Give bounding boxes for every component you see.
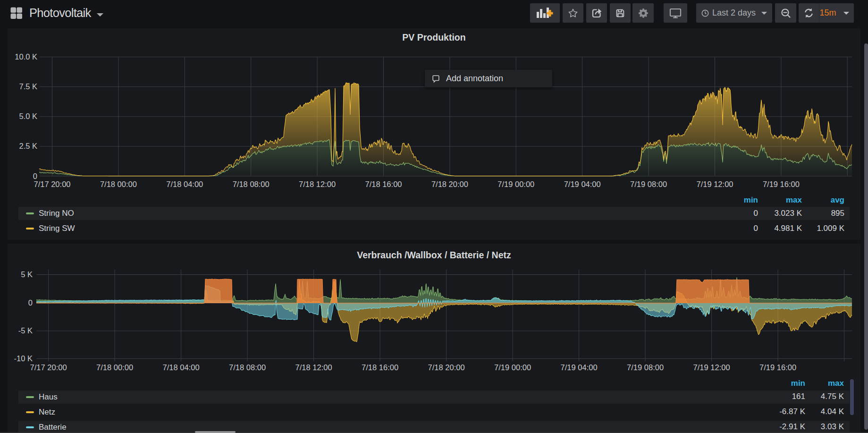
svg-text:10.0 K: 10.0 K <box>15 52 37 61</box>
svg-text:7/19 08:00: 7/19 08:00 <box>630 180 667 188</box>
svg-text:-10 K: -10 K <box>14 354 33 363</box>
svg-text:5.0 K: 5.0 K <box>19 112 37 120</box>
svg-text:7/18 20:00: 7/18 20:00 <box>428 363 465 372</box>
svg-text:7/18 00:00: 7/18 00:00 <box>96 363 133 372</box>
svg-text:7/18 04:00: 7/18 04:00 <box>163 363 200 372</box>
svg-text:7.5 K: 7.5 K <box>19 82 37 91</box>
svg-text:7/19 16:00: 7/19 16:00 <box>763 180 800 188</box>
svg-text:7/17 20:00: 7/17 20:00 <box>34 180 71 188</box>
svg-text:7/18 08:00: 7/18 08:00 <box>233 180 270 188</box>
svg-text:7/18 12:00: 7/18 12:00 <box>299 180 336 188</box>
svg-text:7/19 04:00: 7/19 04:00 <box>561 363 598 372</box>
svg-text:7/19 00:00: 7/19 00:00 <box>497 180 534 188</box>
svg-text:7/18 08:00: 7/18 08:00 <box>229 363 266 372</box>
svg-text:5 K: 5 K <box>21 270 33 279</box>
svg-text:7/18 00:00: 7/18 00:00 <box>100 180 137 188</box>
svg-text:7/19 08:00: 7/19 08:00 <box>627 363 664 372</box>
svg-text:7/18 12:00: 7/18 12:00 <box>295 363 332 372</box>
svg-text:0: 0 <box>28 298 33 307</box>
svg-text:7/19 12:00: 7/19 12:00 <box>697 180 733 188</box>
svg-text:7/18 16:00: 7/18 16:00 <box>362 363 398 372</box>
svg-text:7/18 04:00: 7/18 04:00 <box>166 180 203 188</box>
svg-text:7/19 12:00: 7/19 12:00 <box>693 363 730 372</box>
svg-text:7/19 16:00: 7/19 16:00 <box>759 363 796 372</box>
svg-text:7/18 16:00: 7/18 16:00 <box>365 180 402 188</box>
svg-text:7/19 04:00: 7/19 04:00 <box>564 180 601 188</box>
svg-text:7/17 20:00: 7/17 20:00 <box>30 363 67 372</box>
svg-text:0: 0 <box>33 172 37 180</box>
svg-text:7/18 20:00: 7/18 20:00 <box>431 180 468 188</box>
svg-text:7/19 00:00: 7/19 00:00 <box>494 363 531 372</box>
svg-text:2.5 K: 2.5 K <box>19 142 37 150</box>
svg-text:-5 K: -5 K <box>18 326 33 335</box>
